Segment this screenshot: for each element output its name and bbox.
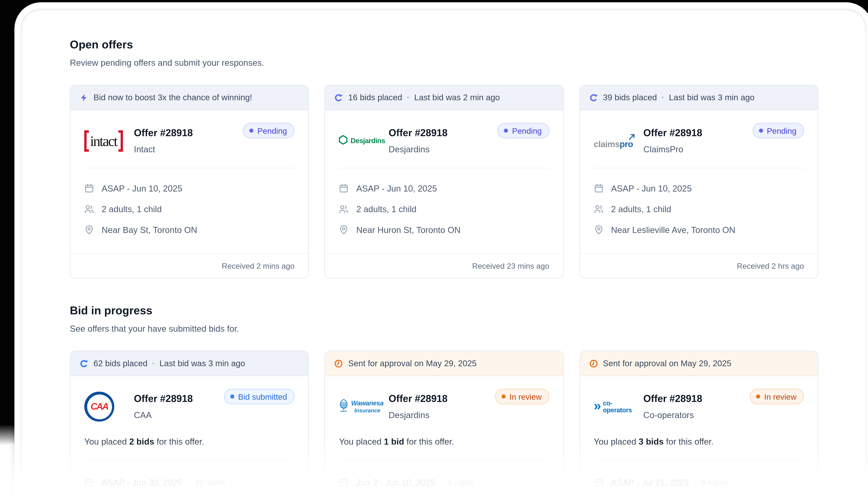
banner-separator: · xyxy=(662,93,665,102)
status-dot-icon xyxy=(249,129,253,132)
divider xyxy=(84,168,294,168)
offer-title: Offer #28918 xyxy=(389,393,495,405)
offer-card[interactable]: Sent for approval on May 29, 2025»co-ope… xyxy=(579,351,818,501)
caa-logo: CAA xyxy=(84,392,127,422)
detail-text: Jun 2 - Jun 10, 2025 xyxy=(356,477,435,487)
divider xyxy=(339,460,549,461)
received-timestamp: Received 23 mins ago xyxy=(472,262,549,270)
status-badge: Pending xyxy=(243,123,294,138)
divider xyxy=(594,168,804,168)
detail-row: 2 adults, 1 child xyxy=(325,499,563,501)
banner-text: Sent for approval on May 29, 2025 xyxy=(348,359,477,368)
pin-icon xyxy=(339,225,349,235)
card-header: CAAOffer #28918CAABid submitted xyxy=(71,376,308,425)
received-timestamp: Received 2 mins ago xyxy=(222,262,295,270)
wawanesa-logo-mark: WawanesaInsurance xyxy=(339,398,384,415)
card-footer: Received 2 hrs ago xyxy=(580,254,818,278)
detail-row: ASAP - Jun 10, 2025 xyxy=(580,183,818,193)
status-badge: Pending xyxy=(498,123,549,138)
banner-text: 62 bids placed xyxy=(94,359,148,368)
status-dot-icon xyxy=(504,129,508,132)
people-icon xyxy=(594,499,604,501)
status-label: Pending xyxy=(767,126,796,135)
status-dot-icon xyxy=(759,129,763,132)
detail-text: 2 adults, 1 child xyxy=(102,204,162,214)
section-open-offers: Open offers Review pending offers and su… xyxy=(70,38,818,278)
banner-text: Bid now to boost 3x the chance of winnin… xyxy=(94,93,252,102)
offer-card[interactable]: Bid now to boost 3x the chance of winnin… xyxy=(70,85,309,279)
offer-title: Offer #28918 xyxy=(389,128,498,139)
calendar-icon xyxy=(339,477,349,487)
people-icon xyxy=(84,204,94,214)
intact-logo-mark: intact xyxy=(84,130,123,151)
company-name: Desjardins xyxy=(389,144,498,154)
bids-placed-count: 2 bids xyxy=(129,437,154,447)
card-titles: Offer #28918Desjardins xyxy=(382,393,495,420)
card-titles: Offer #28918Intact xyxy=(127,128,243,154)
status-label: Pending xyxy=(512,126,542,135)
offer-title: Offer #28918 xyxy=(644,128,752,139)
card-footer: Received 23 mins ago xyxy=(325,254,563,278)
detail-row: ASAP - Jul 21, 20258 nights xyxy=(580,476,818,489)
bids-placed-prefix: You placed xyxy=(84,437,129,447)
detail-row: Near Leslieville Ave, Toronto ON xyxy=(580,225,818,235)
status-dot-icon xyxy=(230,394,234,398)
detail-row: 2 adults, 1 child xyxy=(325,204,563,214)
company-name: ClaimsPro xyxy=(644,144,752,154)
bids-icon xyxy=(589,93,598,102)
zap-icon xyxy=(80,93,88,102)
bids-placed-text: You placed 1 bid for this offer. xyxy=(325,437,563,447)
cooperators-logo-mark: »co-operators xyxy=(594,400,636,414)
wawanesa-logo-text: WawanesaInsurance xyxy=(351,400,384,414)
calendar-icon xyxy=(339,183,349,193)
detail-text: 2 adults, 1 child xyxy=(356,204,417,214)
detail-text: ASAP - Jun 10, 2025 xyxy=(356,183,437,193)
desjardins-hexagon-icon xyxy=(339,135,348,147)
card-titles: Offer #28918Co-operators xyxy=(636,393,750,420)
status-dot-icon xyxy=(756,394,760,398)
detail-text: ASAP - Jul 21, 2025 xyxy=(611,477,689,487)
banner-separator: · xyxy=(407,93,409,102)
offer-card[interactable]: Sent for approval on May 29, 2025Wawanes… xyxy=(325,351,564,501)
offer-card[interactable]: 62 bids placed·Last bid was 3 min agoCAA… xyxy=(70,351,309,501)
card-header: WawanesaInsuranceOffer #28918DesjardinsI… xyxy=(325,376,563,425)
detail-text: Near Huron St, Toronto ON xyxy=(356,225,461,235)
status-label: In review xyxy=(509,392,542,401)
banner-secondary-text: Last bid was 3 min ago xyxy=(669,93,754,102)
section-subheading: See offers that your have submitted bids… xyxy=(70,323,818,334)
section-heading: Bid in progress xyxy=(70,304,818,317)
offer-card[interactable]: 39 bids placed·Last bid was 3 min agocla… xyxy=(579,85,818,279)
intact-logo: intact xyxy=(84,130,127,151)
banner-text: Sent for approval on May 29, 2025 xyxy=(603,359,731,368)
divider xyxy=(594,460,804,461)
bids-placed-count: 1 bid xyxy=(384,437,404,447)
company-name: Desjardins xyxy=(389,410,495,420)
wawanesa-logo-line2: Insurance xyxy=(354,407,380,414)
nights-badge: 8 nights xyxy=(442,476,481,489)
claimspro-logo-text-claims: claims xyxy=(594,139,619,149)
app-window: Open offers Review pending offers and su… xyxy=(21,9,866,501)
bids-icon xyxy=(334,93,343,102)
bids-placed-prefix: You placed xyxy=(594,437,639,447)
offer-card[interactable]: 16 bids placed·Last bid was 2 min agoDes… xyxy=(325,85,564,279)
section-subheading: Review pending offers and submit your re… xyxy=(70,57,818,68)
bids-placed-text: You placed 2 bids for this offer. xyxy=(71,437,308,447)
pin-icon xyxy=(84,225,94,235)
bids-placed-suffix: for this offer. xyxy=(154,437,204,447)
cooperators-logo: »co-operators xyxy=(594,400,636,414)
detail-row: 2 adults, 1 child xyxy=(71,204,308,214)
calendar-icon xyxy=(84,477,94,487)
card-banner: Sent for approval on May 29, 2025 xyxy=(580,351,818,376)
desjardins-logo: Desjardins xyxy=(339,135,382,147)
desjardins-logo-text: Desjardins xyxy=(351,137,385,145)
detail-row: 2 adults, 1 child xyxy=(580,499,818,501)
card-header: DesjardinsOffer #28918DesjardinsPending xyxy=(325,110,563,159)
card-header: intactOffer #28918IntactPending xyxy=(71,110,308,159)
intact-bracket-right-icon xyxy=(118,130,123,151)
status-label: In review xyxy=(764,392,796,401)
detail-text: 2 adults, 1 child xyxy=(356,499,417,501)
detail-row: ASAP - Jun 30, 202510 nights xyxy=(71,476,308,489)
intact-bracket-left-icon xyxy=(84,130,89,151)
caa-logo-inner-circle: CAA xyxy=(87,394,112,419)
people-icon xyxy=(84,499,94,501)
